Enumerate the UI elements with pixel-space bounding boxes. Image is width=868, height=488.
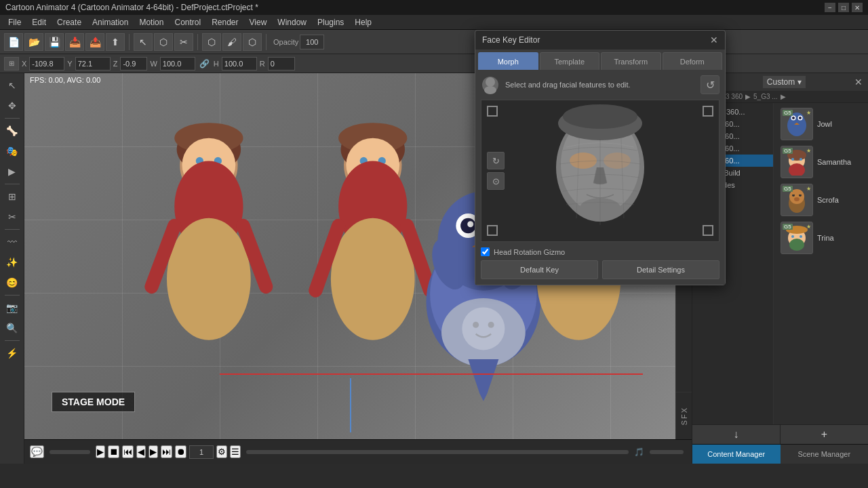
record-button[interactable]: ⏺ bbox=[175, 445, 186, 458]
new-button[interactable]: 📄 bbox=[4, 33, 23, 51]
frame-input[interactable] bbox=[189, 445, 214, 459]
tool-face[interactable]: 😊 bbox=[3, 273, 22, 292]
fke-handle-tl[interactable] bbox=[487, 106, 498, 117]
char-thumb-scrofa: G5 ★ bbox=[781, 184, 813, 216]
w-input[interactable] bbox=[160, 57, 195, 70]
tool-motion[interactable]: 〰 bbox=[3, 232, 22, 251]
y-input[interactable] bbox=[75, 57, 111, 70]
fke-gizmo-label: Head Rotation Gizmo bbox=[494, 248, 565, 256]
timeline-slider-end[interactable] bbox=[650, 450, 684, 454]
face-model-svg bbox=[546, 103, 654, 239]
tab-scene-manager[interactable]: Scene Manager bbox=[781, 445, 869, 464]
step-fwd-button[interactable]: ▶ bbox=[149, 445, 158, 458]
select-button[interactable]: ↖ bbox=[134, 33, 153, 51]
tool2-button[interactable]: ⬡ bbox=[154, 33, 173, 51]
export-button[interactable]: 📤 bbox=[85, 33, 104, 51]
tool6-button[interactable]: ⬡ bbox=[243, 33, 262, 51]
char-card-jowl[interactable]: G5 ★ Jowl bbox=[776, 106, 865, 142]
menu-item-edit[interactable]: Edit bbox=[26, 16, 52, 28]
menu-item-plugins[interactable]: Plugins bbox=[312, 16, 349, 28]
fke-handle-bl[interactable] bbox=[487, 225, 498, 236]
tool4-button[interactable]: ⬡ bbox=[202, 33, 221, 51]
stop-button[interactable]: ⏹ bbox=[108, 445, 119, 458]
prev-button[interactable]: ⏮ bbox=[122, 445, 134, 458]
tool-animate[interactable]: ▶ bbox=[3, 162, 22, 181]
tool-bone[interactable]: 🦴 bbox=[3, 121, 22, 140]
save-button[interactable]: 💾 bbox=[45, 33, 64, 51]
menu-item-create[interactable]: Create bbox=[52, 16, 87, 28]
tool3-button[interactable]: ✂ bbox=[174, 33, 193, 51]
settings-button[interactable]: ⚙ bbox=[216, 445, 227, 458]
fke-tab-template[interactable]: Template bbox=[540, 52, 600, 70]
cm-close-button[interactable]: ✕ bbox=[854, 77, 863, 87]
menu-item-window[interactable]: Window bbox=[272, 16, 312, 28]
tab-content-manager[interactable]: Content Manager bbox=[692, 445, 781, 464]
gizmo-checkbox[interactable] bbox=[481, 247, 490, 256]
menu-item-animation[interactable]: Animation bbox=[87, 16, 134, 28]
action-add-button[interactable]: + bbox=[781, 425, 868, 444]
svg-point-60 bbox=[794, 197, 800, 201]
tool-select[interactable]: ↖ bbox=[3, 76, 22, 95]
opacity-input[interactable]: 100 bbox=[300, 35, 324, 49]
char-card-trina[interactable]: G5 ★ Trina bbox=[776, 220, 865, 256]
menu-item-view[interactable]: View bbox=[244, 16, 273, 28]
menu-item-render[interactable]: Render bbox=[206, 16, 243, 28]
fke-rotate-tool[interactable]: ↻ bbox=[487, 152, 505, 169]
timeline-slider-left[interactable] bbox=[50, 450, 90, 454]
menu-item-help[interactable]: Help bbox=[349, 16, 377, 28]
svg-point-66 bbox=[800, 235, 802, 238]
maximize-button[interactable]: □ bbox=[838, 3, 849, 12]
menu-item-file[interactable]: File bbox=[3, 16, 26, 28]
fke-close-button[interactable]: ✕ bbox=[710, 35, 718, 45]
tool-puppet[interactable]: 🎭 bbox=[3, 142, 22, 161]
toolbar: 📄 📂 💾 📥 📤 ⬆ ↖ ⬡ ✂ ⬡ 🖌 ⬡ Opacity 100 bbox=[0, 30, 868, 54]
fke-hint-text: Select and drag facial features to edit. bbox=[505, 81, 695, 89]
default-key-button[interactable]: Default Key bbox=[481, 260, 598, 279]
tool-camera[interactable]: 📷 bbox=[3, 298, 22, 317]
fke-tab-transform[interactable]: Transform bbox=[601, 52, 661, 70]
next-button[interactable]: ⏭ bbox=[161, 445, 172, 458]
tool-extra[interactable]: ⚡ bbox=[3, 344, 22, 363]
tool-crop[interactable]: ✂ bbox=[3, 207, 22, 226]
tool-zoom[interactable]: 🔍 bbox=[3, 319, 22, 338]
play-button[interactable]: ▶ bbox=[96, 445, 105, 458]
minimize-button[interactable]: − bbox=[825, 3, 835, 12]
char-card-samantha[interactable]: G5 ★ Samantha bbox=[776, 144, 865, 180]
tool-transform[interactable]: ✥ bbox=[3, 96, 22, 115]
tool5-button[interactable]: 🖌 bbox=[222, 33, 241, 51]
tool-effect[interactable]: ✨ bbox=[3, 253, 22, 272]
fke-handle-tr[interactable] bbox=[703, 106, 713, 117]
x-input[interactable] bbox=[29, 57, 64, 70]
char-card-scrofa[interactable]: G5 ★ Scrofa bbox=[776, 182, 865, 218]
fke-tab-morph[interactable]: Morph bbox=[478, 52, 538, 70]
blue-line bbox=[350, 378, 351, 432]
transformbar: ⊞ X Y Z W 🔗 H R bbox=[0, 54, 868, 73]
open-button[interactable]: 📂 bbox=[24, 33, 43, 51]
menu-item-control[interactable]: Control bbox=[169, 16, 206, 28]
action-down-button[interactable]: ↓ bbox=[692, 425, 781, 444]
cm-grid: G5 ★ Jowl bbox=[774, 103, 868, 424]
fke-pan-tool[interactable]: ⊙ bbox=[487, 172, 505, 190]
h-input[interactable] bbox=[222, 57, 257, 70]
fke-tab-deform[interactable]: Deform bbox=[663, 52, 723, 70]
timeline-chat[interactable]: 💬 bbox=[30, 445, 44, 458]
list-button[interactable]: ☰ bbox=[230, 445, 241, 458]
fke-buttons: Default Key Detail Settings bbox=[481, 260, 719, 279]
export2-button[interactable]: ⬆ bbox=[106, 33, 125, 51]
close-button[interactable]: ✕ bbox=[852, 3, 863, 12]
fke-title: Face Key Editor bbox=[482, 35, 540, 45]
fke-face-area[interactable]: ↻ ⊙ bbox=[481, 100, 719, 242]
detail-settings-button[interactable]: Detail Settings bbox=[602, 260, 719, 279]
timeline-slider-right[interactable] bbox=[246, 450, 629, 454]
fke-reset-button[interactable]: ↺ bbox=[701, 75, 719, 94]
fke-titlebar: Face Key Editor ✕ bbox=[475, 30, 725, 49]
menu-item-motion[interactable]: Motion bbox=[134, 16, 169, 28]
grid-toggle[interactable]: ⊞ bbox=[4, 57, 19, 70]
fke-handle-br[interactable] bbox=[703, 225, 713, 236]
cm-dropdown[interactable]: Custom ▾ bbox=[763, 76, 806, 88]
import-button[interactable]: 📥 bbox=[65, 33, 84, 51]
tool-grid[interactable]: ⊞ bbox=[3, 187, 22, 206]
r-input[interactable] bbox=[268, 57, 295, 70]
step-back-button[interactable]: ◀ bbox=[136, 445, 146, 458]
z-input[interactable] bbox=[120, 57, 147, 70]
